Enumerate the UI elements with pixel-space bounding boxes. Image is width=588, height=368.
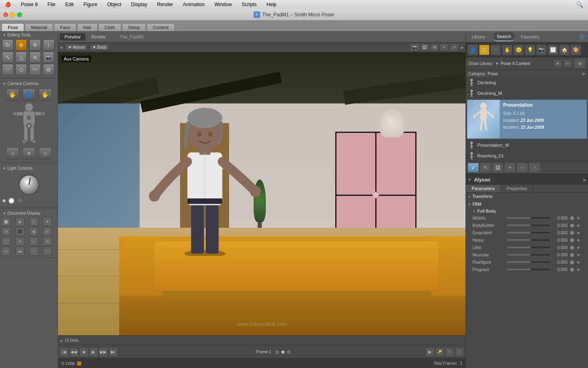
lithe-slider[interactable] (507, 245, 550, 249)
lib-icon-scene[interactable]: 🏠 (559, 45, 570, 55)
magnet-tool[interactable]: ⊖ (43, 64, 54, 75)
minimize-button[interactable] (10, 12, 15, 17)
viewport-scene-icon[interactable]: ⚙ (430, 44, 439, 51)
lib-import-btn[interactable]: ↑ (529, 163, 540, 173)
3d-viewport[interactable]: Aux Camera (58, 52, 466, 335)
timeline-dot-1[interactable] (276, 350, 279, 354)
menu-window[interactable]: Window (213, 2, 234, 7)
pregnant-slider[interactable] (507, 267, 550, 272)
params-tab-parameters[interactable]: Parameters (466, 185, 501, 192)
lib-icon-hair[interactable]: 〰 (490, 45, 501, 55)
lib-icon-figure[interactable]: 👤 (468, 45, 478, 55)
viewport-render-icon[interactable]: 🖼 (420, 44, 429, 51)
lib-icon-camera[interactable]: 📷 (536, 45, 547, 55)
search-icon[interactable]: 🔍 (575, 1, 585, 8)
tab-setup[interactable]: Setup (122, 23, 146, 31)
muscular-slider[interactable] (507, 253, 550, 257)
muscular-arrow-icon[interactable]: ▶ (576, 252, 581, 258)
menu-file[interactable]: File (46, 2, 57, 7)
display-render[interactable]: ⬛ (16, 227, 24, 236)
direct-manip-tool[interactable]: ☞ (2, 64, 13, 75)
lib-delete-btn[interactable]: − (517, 163, 528, 173)
loop-check[interactable]: Loop (61, 361, 75, 366)
lib-icon-face[interactable]: 😐 (513, 45, 524, 55)
menu-display[interactable]: Display (129, 2, 149, 7)
emaciated-arrow-icon[interactable]: ▶ (576, 230, 581, 236)
menu-object[interactable]: Object (105, 2, 123, 7)
light-star[interactable]: ✳ (17, 197, 22, 204)
lithe-link-icon[interactable]: ⬤ (569, 245, 575, 250)
morph-tool[interactable]: ◇ (16, 64, 27, 75)
display-sub[interactable]: ◌ (2, 237, 11, 246)
viewport-tab-preview[interactable]: Preview (60, 33, 85, 40)
hand-left-btn[interactable]: 🖐 (6, 88, 19, 101)
translate-xy-tool[interactable]: ✛ (29, 39, 41, 51)
lib-extra-button[interactable]: ⚙ (574, 58, 586, 68)
pearfigure-link-icon[interactable]: ⬤ (569, 259, 575, 265)
step-forward-btn[interactable]: ▶| (109, 348, 118, 357)
lib-item-presentation-m[interactable]: Presentation_M (466, 140, 588, 150)
viewport-expand-icon[interactable]: ↗ (450, 44, 459, 51)
params-right-arrow[interactable]: ▶ (584, 178, 586, 182)
lithe-arrow-icon[interactable]: ▶ (576, 245, 581, 250)
translate-z-tool[interactable]: ↕ (43, 39, 54, 51)
bodybuilder-arrow-icon[interactable]: ▶ (576, 222, 581, 228)
tab-face[interactable]: Face (54, 23, 76, 31)
light-controls-header[interactable]: ▼ Light Controls. (1, 165, 57, 171)
tab-content[interactable]: Content (147, 23, 175, 31)
heavy-arrow-icon[interactable]: ▶ (576, 237, 581, 243)
category-arrow[interactable]: ▶ (583, 72, 586, 76)
lib-icon-material[interactable]: 🎨 (570, 45, 581, 55)
viewport-tab-render[interactable]: Render (86, 33, 111, 40)
lib-icon-hand[interactable]: ✋ (502, 45, 512, 55)
tab-material[interactable]: Material (25, 23, 53, 31)
tab-pose[interactable]: Pose (2, 23, 24, 31)
lib-item-declining[interactable]: Declining (466, 77, 588, 88)
camera-controls-header[interactable]: ▼ Camera Controls. (1, 81, 57, 87)
transform-header[interactable]: ▼ Transform (468, 193, 586, 200)
pearfigure-arrow-icon[interactable]: ▶ (576, 259, 581, 265)
next-frame-btn[interactable]: ▶▶ (99, 348, 108, 357)
prev-frame-btn[interactable]: ◀◀ (69, 348, 78, 357)
taper-tool[interactable]: △ (16, 52, 27, 63)
display-grid[interactable]: ⊟ (43, 237, 52, 246)
menu-help[interactable]: Help (265, 2, 278, 7)
loop-checkbox[interactable] (61, 362, 65, 365)
menu-edit[interactable]: Edit (64, 2, 76, 7)
lib-icon-prop[interactable]: ⬜ (548, 45, 558, 55)
tab-cloth[interactable]: Cloth (98, 23, 121, 31)
light-dial[interactable] (19, 175, 39, 195)
lib-capture-btn[interactable]: 🖼 (492, 163, 503, 173)
lib-remove-button[interactable]: − (564, 60, 572, 67)
lib-new-btn[interactable]: + (504, 163, 516, 173)
maximize-button[interactable] (17, 12, 22, 17)
document-display-header[interactable]: ▼ Document Display (1, 210, 57, 216)
bodybuilder-link-icon[interactable]: ⬤ (569, 222, 575, 228)
display-wire[interactable]: ⬤ (2, 217, 11, 226)
muscular-link-icon[interactable]: ⬤ (569, 252, 575, 258)
lib-tab-favorites[interactable]: Favorites (517, 33, 543, 41)
fbm-header[interactable]: ▼ FBM (468, 201, 586, 207)
viewport-camera-icon[interactable]: 📷 (410, 44, 419, 51)
pregnant-arrow-icon[interactable]: ▶ (576, 267, 581, 272)
loop-marker[interactable] (77, 361, 81, 366)
display-smooth[interactable]: ● (43, 217, 52, 226)
emaciated-link-icon[interactable]: ⬤ (569, 230, 575, 236)
play-mode-btn[interactable]: ▶ (425, 348, 434, 357)
display-floor[interactable]: ▭ (2, 247, 11, 256)
lib-icon-pose[interactable]: ⬡ (479, 45, 490, 55)
hand-right-btn[interactable]: 🖐 (39, 88, 52, 101)
camera-tool[interactable]: 📷 (43, 52, 54, 63)
timeline-dot-2[interactable] (281, 350, 285, 354)
menu-render[interactable]: Render (155, 2, 174, 7)
apple-menu[interactable]: 🍎 (3, 2, 13, 7)
key-btn[interactable]: 🔑 (435, 348, 444, 357)
play-btn[interactable]: ▶ (89, 348, 98, 357)
rotate-tool[interactable]: ↻ (2, 39, 13, 51)
character-dropdown[interactable]: ▼ Alyson (65, 44, 88, 51)
pregnant-link-icon[interactable]: ⬤ (569, 267, 575, 272)
remove-key-btn[interactable]: − (455, 348, 464, 357)
hair-tool[interactable]: 〰 (29, 64, 41, 75)
body-dropdown[interactable]: ▼ Body (89, 44, 109, 51)
display-ground[interactable]: ▬ (16, 247, 24, 256)
